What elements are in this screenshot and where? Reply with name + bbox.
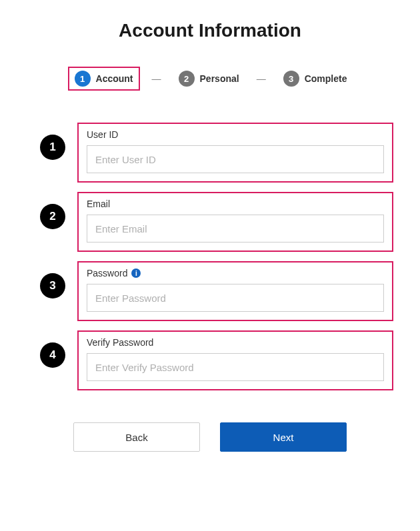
password-label-text: Password xyxy=(87,268,127,278)
step-separator: — xyxy=(253,73,270,84)
buttons-row: Back Next xyxy=(13,422,407,452)
annotation-badge-4: 4 xyxy=(40,342,65,368)
info-icon[interactable]: i xyxy=(131,268,141,278)
back-button[interactable]: Back xyxy=(73,422,200,452)
annotation-badge-2: 2 xyxy=(40,204,65,229)
user-id-input[interactable] xyxy=(87,145,384,173)
form-area: 1 User ID 2 Email 3 Password i 4 xyxy=(40,123,393,390)
user-id-label: User ID xyxy=(87,129,384,140)
annotation-badge-3: 3 xyxy=(40,273,65,298)
password-field-group: Password i xyxy=(77,261,393,321)
step-personal-label: Personal xyxy=(200,73,239,84)
verify-password-label: Verify Password xyxy=(87,337,384,348)
next-button[interactable]: Next xyxy=(220,422,347,452)
step-personal: 2 Personal xyxy=(173,68,245,89)
step-separator: — xyxy=(148,73,165,84)
user-id-field-group: User ID xyxy=(77,123,393,183)
verify-password-field-group: Verify Password xyxy=(77,330,393,390)
email-input[interactable] xyxy=(87,215,384,243)
verify-password-label-text: Verify Password xyxy=(87,337,153,348)
annotation-badge-1: 1 xyxy=(40,135,65,160)
stepper: 1 Account — 2 Personal — 3 Complete xyxy=(13,67,407,91)
step-account-label: Account xyxy=(96,73,133,84)
verify-password-input[interactable] xyxy=(87,353,384,381)
step-account-circle: 1 xyxy=(75,71,91,87)
email-label: Email xyxy=(87,199,384,209)
step-account: 1 Account xyxy=(68,67,140,91)
field-row-password: 3 Password i xyxy=(40,261,393,321)
password-input[interactable] xyxy=(87,284,384,312)
field-row-verify-password: 4 Verify Password xyxy=(40,330,393,390)
user-id-label-text: User ID xyxy=(87,129,118,140)
step-complete-label: Complete xyxy=(305,73,347,84)
email-field-group: Email xyxy=(77,192,393,252)
page-title: Account Information xyxy=(13,20,407,41)
step-personal-circle: 2 xyxy=(179,71,195,87)
step-complete: 3 Complete xyxy=(278,68,353,89)
field-row-user-id: 1 User ID xyxy=(40,123,393,183)
password-label: Password i xyxy=(87,268,384,278)
field-row-email: 2 Email xyxy=(40,192,393,252)
email-label-text: Email xyxy=(87,199,110,209)
step-complete-circle: 3 xyxy=(283,71,299,87)
